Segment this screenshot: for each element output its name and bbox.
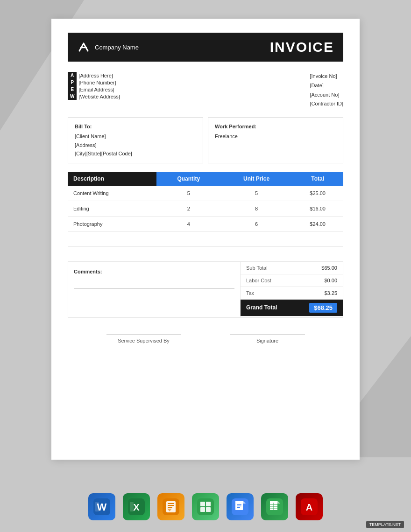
svg-rect-22 (235, 501, 243, 510)
acrobat-icon[interactable]: A (296, 493, 323, 520)
contact-left: A [Address Here] P [Phone Number] E [Ema… (68, 72, 122, 109)
pages-icon[interactable] (157, 493, 184, 520)
svg-rect-10 (130, 502, 134, 511)
comments-label: Comments: (74, 269, 234, 274)
svg-rect-14 (168, 505, 174, 506)
row1-unit-price: 5 (221, 186, 292, 201)
svg-rect-19 (200, 507, 205, 512)
row1-description: Content Writing (68, 186, 156, 201)
invoice-no: [Invoice No] (310, 72, 343, 81)
grand-total-label: Grand Total (246, 304, 277, 311)
svg-rect-17 (200, 502, 205, 506)
company-branding: Company Name (77, 41, 139, 54)
row2-total: $16.00 (292, 201, 343, 216)
app-icons-bar: W X (0, 493, 411, 520)
work-performed-box: Work Performed: Freelance (208, 117, 343, 163)
work-performed-label: Work Performed: (215, 122, 336, 131)
comments-line (74, 288, 234, 289)
row3-quantity: 4 (156, 216, 221, 231)
total-header: Total (292, 172, 343, 186)
labor-cost-value: $0.00 (324, 278, 337, 283)
bottom-section: Comments: Sub Total $65.00 Labor Cost $0… (68, 262, 343, 318)
signature-label: Signature (256, 338, 278, 343)
svg-rect-25 (237, 506, 241, 507)
table-row-empty (68, 231, 343, 246)
svg-rect-18 (206, 502, 211, 506)
company-logo-icon (77, 41, 90, 54)
phone-value: [Phone Number] (77, 79, 121, 86)
signature-line (230, 335, 305, 335)
supervised-by-block: Service Supervised By (106, 335, 181, 343)
description-header: Description (68, 172, 156, 186)
invoice-date: [Date] (310, 81, 343, 91)
empty-desc (68, 231, 156, 246)
row1-quantity: 5 (156, 186, 221, 201)
signature-block: Signature (230, 335, 305, 343)
contact-address-row: A [Address Here] (68, 72, 122, 79)
invoice-document: Company Name INVOICE A [Address Here] P … (51, 19, 360, 460)
empty-desc2 (68, 246, 156, 261)
totals-section: Sub Total $65.00 Labor Cost $0.00 Tax $3… (241, 262, 343, 318)
client-address: [Address] (75, 141, 196, 150)
table-row: Content Writing 5 5 $25.00 (68, 186, 343, 201)
phone-label: P (68, 79, 77, 86)
tax-value: $3.25 (324, 290, 337, 296)
numbers-icon[interactable] (192, 493, 219, 520)
empty-price (221, 231, 292, 246)
row2-quantity: 2 (156, 201, 221, 216)
watermark: TEMPLATE.NET (366, 521, 404, 528)
table-row: Photography 4 6 $24.00 (68, 216, 343, 231)
contact-section: A [Address Here] P [Phone Number] E [Ema… (68, 72, 343, 109)
contact-website-row: W [Website Address] (68, 93, 122, 100)
google-sheets-icon[interactable] (261, 493, 288, 520)
invoice-title: INVOICE (270, 39, 334, 55)
supervised-line (106, 335, 181, 335)
website-value: [Website Address] (77, 93, 121, 100)
row3-total: $24.00 (292, 216, 343, 231)
invoice-header: Company Name INVOICE (68, 33, 343, 62)
row3-unit-price: 6 (221, 216, 292, 231)
bill-section: Bill To: [Client Name] [Address] [City][… (68, 117, 343, 163)
svg-rect-15 (168, 507, 172, 508)
empty-qty2 (156, 246, 221, 261)
labor-cost-label: Labor Cost (246, 278, 271, 283)
email-label: E (68, 86, 77, 93)
invoice-table: Description Quantity Unit Price Total Co… (68, 172, 343, 262)
contact-right: [Invoice No] [Date] [Account No] [Contra… (310, 72, 343, 109)
sub-total-row: Sub Total $65.00 (241, 262, 343, 274)
excel-icon[interactable]: X (123, 493, 150, 520)
tax-row: Tax $3.25 (241, 287, 343, 300)
contact-phone-row: P [Phone Number] (68, 79, 122, 86)
svg-text:A: A (306, 502, 312, 512)
work-performed-value: Freelance (215, 132, 336, 141)
client-name: [Client Name] (75, 132, 196, 141)
tax-label: Tax (246, 290, 254, 296)
bill-to-box: Bill To: [Client Name] [Address] [City][… (68, 117, 203, 163)
table-row-empty (68, 246, 343, 261)
email-value: [Email Address] (77, 86, 121, 93)
svg-rect-26 (237, 507, 240, 508)
empty-price2 (221, 246, 292, 261)
svg-text:X: X (133, 502, 140, 512)
word-icon[interactable]: W (88, 493, 115, 520)
row2-unit-price: 8 (221, 201, 292, 216)
contractor-id: [Contractor ID] (310, 99, 343, 109)
empty-total2 (292, 246, 343, 261)
address-label: A (68, 72, 77, 79)
google-docs-icon[interactable] (227, 493, 254, 520)
grand-total-row: Grand Total $68.25 (241, 300, 343, 316)
comments-section: Comments: (68, 262, 241, 318)
sub-total-label: Sub Total (246, 265, 268, 271)
client-city-state: [City][State][Postal Code] (75, 149, 196, 158)
table-row: Editing 2 8 $16.00 (68, 201, 343, 216)
svg-rect-13 (168, 503, 174, 504)
svg-rect-20 (206, 507, 211, 512)
empty-total (292, 231, 343, 246)
svg-rect-24 (237, 504, 241, 505)
bill-to-label: Bill To: (75, 122, 196, 131)
svg-rect-7 (95, 502, 99, 511)
labor-cost-row: Labor Cost $0.00 (241, 274, 343, 287)
table-header-row: Description Quantity Unit Price Total (68, 172, 343, 186)
website-label: W (68, 93, 77, 100)
row3-description: Photography (68, 216, 156, 231)
